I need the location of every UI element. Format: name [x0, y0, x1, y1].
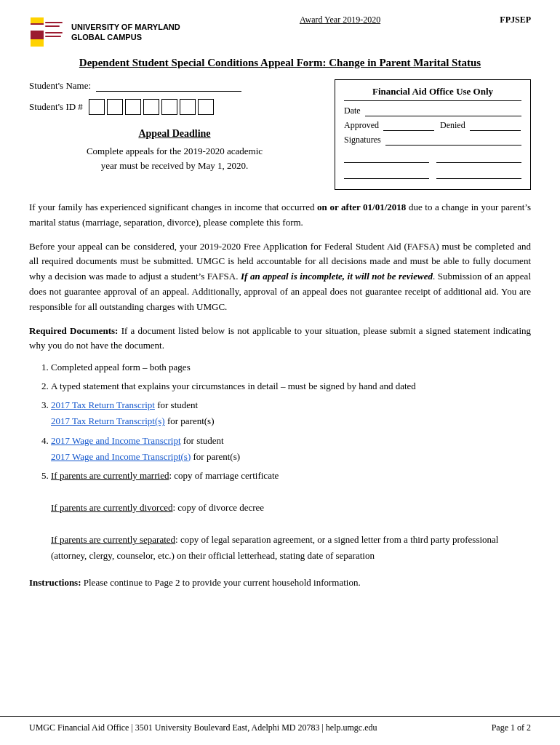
university-name-line1: UNIVERSITY OF MARYLAND — [71, 22, 180, 32]
university-name-line2: GLOBAL CAMPUS — [71, 32, 180, 42]
sig-line-2b[interactable] — [436, 167, 521, 179]
wage-income-parent-link[interactable]: 2017 Wage and Income Transcript(s) — [51, 451, 191, 462]
tax-return-parent-link[interactable]: 2017 Tax Return Transcript(s) — [51, 415, 165, 426]
footer-left: UMGC Financial Aid Office | 3501 Univers… — [29, 722, 377, 733]
svg-rect-7 — [45, 32, 63, 33]
id-box-7[interactable] — [198, 99, 214, 115]
list-item-1: Completed appeal form – both pages — [51, 359, 531, 375]
fao-box: Financial Aid Office Use Only Date Appro… — [335, 79, 531, 190]
id-box-5[interactable] — [161, 99, 177, 115]
id-box-1[interactable] — [89, 99, 105, 115]
header: UNIVERSITY OF MARYLAND GLOBAL CAMPUS Awa… — [29, 15, 531, 49]
id-box-6[interactable] — [180, 99, 196, 115]
form-title: Dependent Student Special Conditions App… — [29, 57, 531, 69]
list-item-2: A typed statement that explains your cir… — [51, 378, 531, 394]
fao-denied-label: Denied — [440, 120, 465, 131]
appeal-text: Complete appeals for the 2019-2020 acade… — [29, 144, 320, 172]
svg-marker-2 — [31, 25, 44, 31]
list-item-5: If parents are currently married: copy o… — [51, 468, 531, 565]
fao-approved-row: Approved Denied — [344, 120, 521, 131]
student-id-boxes[interactable] — [89, 99, 214, 115]
id-box-2[interactable] — [107, 99, 123, 115]
left-col: Student's Name: Student's ID # Appea — [29, 79, 320, 190]
sig-line-1a[interactable] — [344, 151, 429, 163]
logo-text: UNIVERSITY OF MARYLAND GLOBAL CAMPUS — [71, 22, 180, 43]
fao-signatures-line[interactable] — [385, 145, 521, 146]
fao-title: Financial Aid Office Use Only — [344, 86, 521, 101]
student-name-field[interactable] — [96, 79, 241, 92]
fao-approved-label: Approved — [344, 120, 379, 131]
top-section: Student's Name: Student's ID # Appea — [29, 79, 531, 190]
footer-right: Page 1 of 2 — [492, 722, 531, 733]
paragraph-1: If your family has experienced significa… — [29, 200, 531, 231]
fao-denied-line[interactable] — [470, 130, 521, 131]
svg-rect-4 — [31, 39, 44, 47]
appeal-heading: Appeal Deadline — [29, 128, 320, 140]
sig-row-1 — [344, 151, 521, 163]
id-box-3[interactable] — [125, 99, 141, 115]
divorced-label: If parents are currently divorced — [51, 502, 172, 513]
student-name-label: Student's Name: — [29, 80, 91, 91]
tax-return-student-link[interactable]: 2017 Tax Return Transcript — [51, 399, 155, 410]
married-label: If parents are currently married — [51, 470, 169, 481]
body-section: If your family has experienced significa… — [29, 200, 531, 591]
award-year: Award Year 2019-2020 — [300, 15, 380, 25]
req-docs-intro: Required Documents: If a document listed… — [29, 324, 531, 354]
fao-signatures-label: Signatures — [344, 135, 381, 146]
required-docs-list: Completed appeal form – both pages A typ… — [51, 359, 531, 564]
student-id-label: Student's ID # — [29, 101, 83, 113]
fao-signatures-row: Signatures — [344, 135, 521, 146]
appeal-deadline-box: Appeal Deadline Complete appeals for the… — [29, 128, 320, 172]
form-code: FPJSEP — [500, 15, 531, 25]
sig-line-1b[interactable] — [436, 151, 521, 163]
sig-row-2 — [344, 167, 521, 179]
fao-extra-sig-rows — [344, 151, 521, 179]
logo-area: UNIVERSITY OF MARYLAND GLOBAL CAMPUS — [29, 15, 180, 49]
wage-income-student-link[interactable]: 2017 Wage and Income Transcript — [51, 435, 181, 446]
paragraph-2: Before your appeal can be considered, yo… — [29, 239, 531, 315]
list-item-4: 2017 Wage and Income Transcript for stud… — [51, 433, 531, 465]
university-logo — [29, 15, 64, 49]
id-box-4[interactable] — [143, 99, 159, 115]
footer: UMGC Financial Aid Office | 3501 Univers… — [0, 716, 560, 733]
list-item-3: 2017 Tax Return Transcript for student 2… — [51, 397, 531, 429]
svg-rect-8 — [45, 36, 61, 37]
fao-date-row: Date — [344, 105, 521, 116]
student-id-row: Student's ID # — [29, 99, 320, 115]
fao-approved-line[interactable] — [383, 130, 434, 131]
student-name-row: Student's Name: — [29, 79, 320, 92]
svg-marker-1 — [31, 17, 44, 23]
svg-rect-6 — [45, 25, 60, 27]
fao-date-label: Date — [344, 105, 361, 116]
instructions-paragraph: Instructions: Please continue to Page 2 … — [29, 575, 531, 591]
sig-line-2a[interactable] — [344, 167, 429, 179]
svg-marker-3 — [31, 32, 44, 38]
fao-date-line[interactable] — [365, 116, 521, 116]
svg-rect-5 — [45, 22, 63, 23]
page-container: UNIVERSITY OF MARYLAND GLOBAL CAMPUS Awa… — [0, 0, 560, 745]
separated-label: If parents are currently separated — [51, 534, 175, 545]
